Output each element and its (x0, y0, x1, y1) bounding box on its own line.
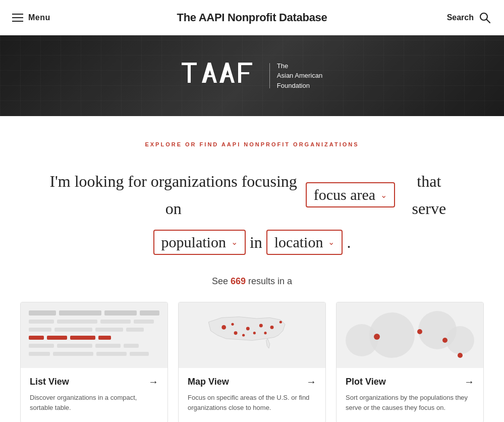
svg-point-20 (231, 323, 234, 326)
plot-view-card[interactable]: Plot View → Sort organizations by the po… (336, 302, 484, 422)
menu-label: Menu (28, 13, 50, 22)
location-chevron-icon: ⌄ (328, 237, 334, 247)
svg-point-24 (346, 324, 378, 356)
search-sentence: I'm looking for organizations focusing o… (45, 168, 459, 256)
focus-area-chevron-icon: ⌄ (380, 190, 387, 200)
map-view-title: Map View (188, 377, 229, 387)
sentence-period: . (347, 229, 351, 256)
svg-point-26 (417, 329, 422, 334)
svg-point-27 (442, 338, 447, 343)
svg-point-18 (253, 332, 255, 334)
sentence-prefix: I'm looking for organizations focusing o… (45, 168, 302, 223)
menu-button[interactable]: Menu (12, 13, 50, 22)
svg-point-15 (270, 326, 273, 329)
main-content: EXPLORE OR FIND AAPI NONPROFIT ORGANIZAT… (0, 116, 504, 422)
map-view-card[interactable]: Map View → Focus on specific areas of th… (178, 302, 326, 422)
map-view-image (179, 302, 325, 368)
focus-area-dropdown[interactable]: focus area ⌄ (306, 182, 395, 207)
focus-area-label: focus area (314, 186, 375, 203)
svg-point-16 (279, 321, 282, 324)
sentence-connector1: that serve (399, 168, 459, 223)
plot-view-arrow-icon: → (464, 376, 474, 388)
svg-rect-10 (238, 72, 249, 74)
svg-rect-5 (205, 75, 214, 77)
plot-view-image (337, 302, 483, 368)
logo-text: The Asian American Foundation (277, 61, 322, 91)
population-chevron-icon: ⌄ (231, 237, 238, 247)
hamburger-icon (12, 14, 23, 22)
search-label: Search (447, 13, 474, 22)
search-button[interactable]: Search (447, 11, 492, 25)
plot-view-desc: Sort organizations by the populations th… (346, 393, 474, 412)
explore-label: EXPLORE OR FIND AAPI NONPROFIT ORGANIZAT… (145, 141, 359, 147)
svg-point-12 (234, 331, 237, 335)
svg-point-11 (221, 325, 226, 330)
population-label: population (161, 234, 226, 251)
svg-point-23 (446, 326, 474, 354)
svg-rect-7 (223, 75, 232, 77)
svg-point-17 (242, 334, 245, 337)
results-count: 669 (231, 276, 246, 286)
logo-letters (182, 60, 262, 92)
hero-banner: The Asian American Foundation (0, 35, 504, 116)
svg-point-13 (246, 327, 249, 331)
svg-rect-3 (188, 63, 191, 83)
logo-divider (269, 63, 270, 88)
list-view-arrow-icon: → (148, 376, 158, 388)
map-view-card-body: Map View → Focus on specific areas of th… (179, 368, 325, 422)
svg-marker-4 (202, 63, 217, 83)
location-label: location (274, 234, 323, 251)
list-view-desc: Discover organizations in a compact, sor… (30, 393, 158, 412)
svg-rect-9 (238, 63, 252, 65)
map-view-desc: Focus on specific areas of the U.S. or f… (188, 393, 316, 412)
results-prefix: See (212, 276, 228, 286)
search-icon (478, 11, 492, 25)
hero-logo: The Asian American Foundation (182, 60, 322, 92)
results-suffix: results in a (248, 276, 292, 286)
svg-line-1 (487, 19, 490, 23)
sentence-connector2: in (250, 229, 262, 256)
map-view-arrow-icon: → (306, 376, 316, 388)
list-view-image (21, 302, 167, 368)
plot-view-title: Plot View (346, 377, 386, 387)
list-view-card[interactable]: List View → Discover organizations in a … (20, 302, 168, 422)
svg-point-14 (259, 324, 262, 328)
svg-marker-6 (219, 63, 235, 83)
cards-row: List View → Discover organizations in a … (20, 302, 484, 422)
svg-point-25 (374, 334, 380, 340)
results-text: See 669 results in a (212, 276, 292, 287)
list-view-card-body: List View → Discover organizations in a … (21, 368, 167, 422)
plot-view-card-body: Plot View → Sort organizations by the po… (337, 368, 483, 422)
svg-point-28 (458, 353, 463, 358)
header: Menu The AAPI Nonprofit Database Search (0, 0, 504, 35)
list-view-title: List View (30, 377, 69, 387)
location-dropdown[interactable]: location ⌄ (266, 230, 343, 255)
svg-point-19 (264, 332, 266, 334)
population-dropdown[interactable]: population ⌄ (153, 230, 246, 255)
site-title: The AAPI Nonprofit Database (177, 11, 327, 24)
